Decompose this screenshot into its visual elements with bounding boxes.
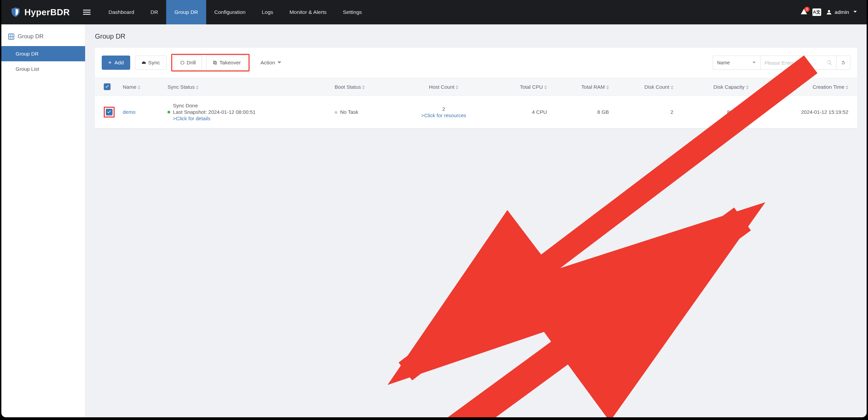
nav-items: DashboardDRGroup DRConfigurationLogsMoni… bbox=[100, 0, 370, 24]
brand-text: HyperBDR bbox=[24, 7, 70, 18]
top-nav: HyperBDR DashboardDRGroup DRConfiguratio… bbox=[1, 0, 867, 24]
chevron-down-icon bbox=[277, 60, 282, 65]
total-cpu-cell: 4 CPU bbox=[490, 96, 551, 128]
svg-point-0 bbox=[17, 8, 18, 9]
sidebar: Group DR Group DRGroup List bbox=[1, 24, 85, 417]
table-row: demoSync DoneLast Snapshot: 2024-01-12 0… bbox=[95, 96, 857, 128]
host-count-value: 2 bbox=[442, 106, 445, 112]
sidebar-item-group-list[interactable]: Group List bbox=[1, 61, 85, 77]
refresh-icon bbox=[841, 60, 846, 65]
header-checkbox[interactable] bbox=[104, 83, 111, 90]
status-dot-icon bbox=[335, 111, 337, 114]
drill-button-label: Drill bbox=[187, 60, 196, 66]
host-resources-link[interactable]: >Click for resources bbox=[421, 112, 466, 118]
svg-rect-2 bbox=[83, 10, 91, 10]
sidebar-item-group-dr[interactable]: Group DR bbox=[1, 46, 85, 61]
sync-status-line1: Sync Done bbox=[167, 103, 327, 108]
shield-icon bbox=[10, 7, 21, 18]
menu-toggle-button[interactable] bbox=[79, 0, 95, 24]
col-boot-status[interactable]: Boot Status bbox=[331, 78, 397, 96]
cube-icon bbox=[180, 60, 185, 65]
filter-search: Name bbox=[713, 56, 832, 70]
grid-icon bbox=[8, 34, 14, 40]
sidebar-heading-text: Group DR bbox=[18, 33, 44, 40]
col-name[interactable]: Name bbox=[119, 78, 163, 96]
notifications-button[interactable]: 0 bbox=[800, 8, 808, 17]
main-panel: + Add Sync Drill bbox=[95, 48, 857, 128]
disk-count-cell: 2 bbox=[613, 96, 677, 128]
topnav-right: 0 A文 admin bbox=[800, 0, 867, 24]
col-total-ram[interactable]: Total RAM bbox=[551, 78, 613, 96]
boot-status-cell: No Task bbox=[331, 96, 397, 128]
takeover-button-label: Takeover bbox=[219, 60, 241, 66]
nav-item-monitor-alerts[interactable]: Monitor & Alerts bbox=[281, 0, 335, 24]
annotation-highlight-checkbox bbox=[104, 107, 115, 118]
annotation-arrow-2 bbox=[157, 130, 867, 417]
col-host-count[interactable]: Host Count bbox=[397, 78, 490, 96]
nav-item-logs[interactable]: Logs bbox=[254, 0, 281, 24]
content: Group DR + Add Sync bbox=[85, 24, 867, 417]
add-button[interactable]: + Add bbox=[102, 56, 130, 70]
disk-capacity-cell: 80.00 GB bbox=[677, 96, 753, 128]
row-checkbox[interactable] bbox=[106, 109, 113, 115]
svg-point-5 bbox=[828, 10, 830, 13]
nav-item-configuration[interactable]: Configuration bbox=[206, 0, 254, 24]
cloud-icon bbox=[141, 60, 146, 65]
user-menu[interactable]: admin bbox=[826, 9, 857, 15]
col-disk-count[interactable]: Disk Count bbox=[613, 78, 677, 96]
row-name-link[interactable]: demo bbox=[123, 109, 136, 115]
refresh-button[interactable] bbox=[836, 56, 850, 70]
svg-line-13 bbox=[211, 219, 743, 418]
annotation-highlight-buttons: Drill Takeover bbox=[171, 54, 250, 71]
plus-icon: + bbox=[108, 60, 112, 66]
nav-item-dr[interactable]: DR bbox=[142, 0, 166, 24]
status-dot-icon bbox=[167, 111, 170, 113]
sidebar-heading: Group DR bbox=[1, 24, 85, 46]
copy-icon bbox=[213, 60, 217, 65]
svg-rect-4 bbox=[83, 14, 91, 15]
search-field-select[interactable]: Name bbox=[713, 56, 760, 70]
sync-status-cell: Sync DoneLast Snapshot: 2024-01-12 08:00… bbox=[167, 103, 327, 121]
search-input[interactable] bbox=[760, 56, 838, 70]
action-label: Action bbox=[260, 60, 275, 66]
chevron-down-icon bbox=[853, 9, 857, 15]
group-table: Name Sync Status Boot Status Host Count … bbox=[95, 78, 857, 128]
chevron-down-icon bbox=[752, 61, 756, 65]
sync-details-link[interactable]: >Click for details bbox=[167, 115, 327, 121]
search-field-label: Name bbox=[717, 60, 730, 65]
total-ram-cell: 8 GB bbox=[551, 96, 613, 128]
sync-button[interactable]: Sync bbox=[135, 56, 166, 70]
add-button-label: Add bbox=[115, 60, 124, 66]
svg-rect-12 bbox=[214, 62, 217, 64]
nav-item-group-dr[interactable]: Group DR bbox=[166, 0, 206, 24]
col-creation-time[interactable]: Creation Time bbox=[753, 78, 857, 96]
nav-item-dashboard[interactable]: Dashboard bbox=[100, 0, 142, 24]
svg-rect-11 bbox=[214, 61, 216, 63]
notification-badge: 0 bbox=[804, 7, 810, 12]
sync-button-label: Sync bbox=[148, 60, 160, 66]
logo[interactable]: HyperBDR bbox=[1, 0, 79, 24]
takeover-button[interactable]: Takeover bbox=[206, 56, 247, 70]
action-dropdown[interactable]: Action bbox=[254, 56, 288, 70]
drill-button[interactable]: Drill bbox=[174, 56, 202, 70]
col-total-cpu[interactable]: Total CPU bbox=[490, 78, 551, 96]
nav-item-settings[interactable]: Settings bbox=[335, 0, 370, 24]
svg-rect-3 bbox=[83, 12, 91, 13]
language-toggle[interactable]: A文 bbox=[812, 8, 821, 16]
user-icon bbox=[826, 9, 832, 15]
creation-time-cell: 2024-01-12 15:19:52 bbox=[753, 96, 857, 128]
toolbar: + Add Sync Drill bbox=[95, 54, 857, 78]
col-sync-status[interactable]: Sync Status bbox=[163, 78, 331, 96]
sync-status-snapshot: Last Snapshot: 2024-01-12 08:00:51 bbox=[167, 109, 327, 115]
hamburger-icon bbox=[83, 8, 91, 16]
page-title: Group DR bbox=[95, 33, 857, 40]
svg-point-1 bbox=[18, 9, 19, 10]
user-name: admin bbox=[835, 9, 849, 15]
col-disk-capacity[interactable]: Disk Capacity bbox=[677, 78, 753, 96]
